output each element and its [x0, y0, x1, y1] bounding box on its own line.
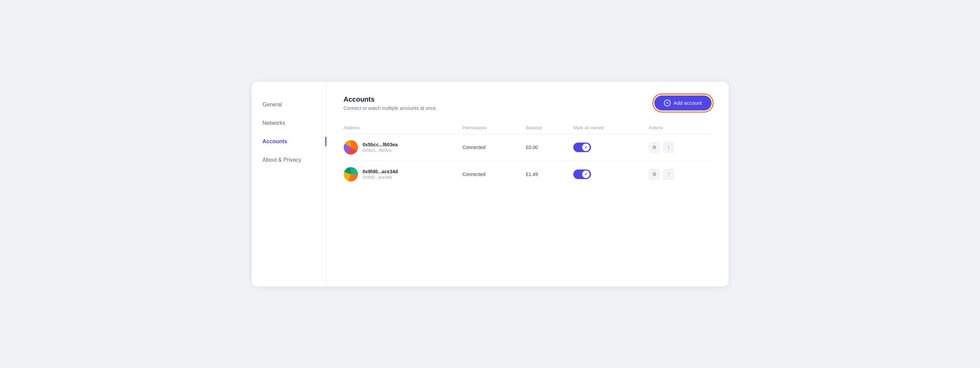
actions-cell-0: ⧉ ⋮ [649, 142, 708, 153]
accounts-table: Address Permissions Balance Mark as owne… [344, 122, 711, 187]
account-cell-0: 0x5bcc...f603ea 0x5bcc...f603ea [344, 140, 454, 155]
balance-cell-0: £0.00 [522, 134, 570, 161]
balance-cell-1: £1.49 [522, 161, 570, 187]
permissions-cell-0: Connected [458, 134, 522, 161]
toggle-check-icon-0: ✓ [584, 145, 588, 150]
page-title: Accounts [344, 96, 438, 103]
ellipsis-icon-0: ⋮ [666, 145, 671, 150]
more-options-button-0[interactable]: ⋮ [663, 142, 675, 153]
page-title-block: Accounts Connect or watch multiple accou… [344, 96, 438, 111]
sidebar: General Networks Accounts About & Privac… [252, 82, 327, 286]
copy-button-0[interactable]: ⧉ [649, 142, 660, 153]
col-header-address: Address [344, 122, 458, 134]
col-header-actions: Actions [644, 122, 711, 134]
account-avatar-0 [344, 140, 358, 155]
sidebar-item-accounts[interactable]: Accounts [252, 132, 326, 151]
copy-button-1[interactable]: ⧉ [649, 168, 660, 180]
table-row: 0x5bcc...f603ea 0x5bcc...f603ea Connecte… [344, 134, 711, 161]
account-address-primary-1: 0x9fd0...ace34d [363, 169, 398, 174]
account-info-0: 0x5bcc...f603ea 0x5bcc...f603ea [363, 142, 398, 153]
page-subtitle: Connect or watch multiple accounts at on… [344, 106, 438, 111]
app-container: General Networks Accounts About & Privac… [252, 82, 729, 286]
mark-as-owned-toggle-1[interactable]: ✓ [573, 170, 591, 179]
copy-icon-0: ⧉ [653, 144, 656, 150]
actions-cell-1: ⧉ ⋮ [649, 168, 708, 180]
account-address-secondary-0: 0x5bcc...f603ea [363, 148, 398, 153]
toggle-knob-1: ✓ [582, 171, 590, 178]
toggle-knob-0: ✓ [582, 144, 590, 151]
mark-as-owned-toggle-0[interactable]: ✓ [573, 142, 591, 152]
sidebar-item-about-privacy[interactable]: About & Privacy [252, 151, 326, 169]
account-address-primary-0: 0x5bcc...f603ea [363, 142, 398, 147]
sidebar-item-general[interactable]: General [252, 96, 326, 114]
plus-icon: + [664, 99, 671, 106]
page-header: Accounts Connect or watch multiple accou… [344, 96, 711, 111]
copy-icon-1: ⧉ [653, 171, 656, 177]
account-cell-1: 0x9fd0...ace34d 0x9fd0...ace34d [344, 167, 454, 181]
toggle-check-icon-1: ✓ [584, 172, 588, 177]
main-content: Accounts Connect or watch multiple accou… [327, 82, 729, 286]
add-account-button[interactable]: + Add account [654, 96, 711, 110]
ellipsis-icon-1: ⋮ [666, 171, 671, 177]
sidebar-item-networks[interactable]: Networks [252, 114, 326, 132]
col-header-balance: Balance [522, 122, 570, 134]
more-options-button-1[interactable]: ⋮ [663, 168, 675, 180]
col-header-permissions: Permissions [458, 122, 522, 134]
account-address-secondary-1: 0x9fd0...ace34d [363, 175, 398, 180]
table-row: 0x9fd0...ace34d 0x9fd0...ace34d Connecte… [344, 161, 711, 187]
account-avatar-1 [344, 167, 358, 181]
permissions-cell-1: Connected [458, 161, 522, 187]
col-header-mark-as-owned: Mark as owned [569, 122, 644, 134]
account-info-1: 0x9fd0...ace34d 0x9fd0...ace34d [363, 169, 398, 180]
